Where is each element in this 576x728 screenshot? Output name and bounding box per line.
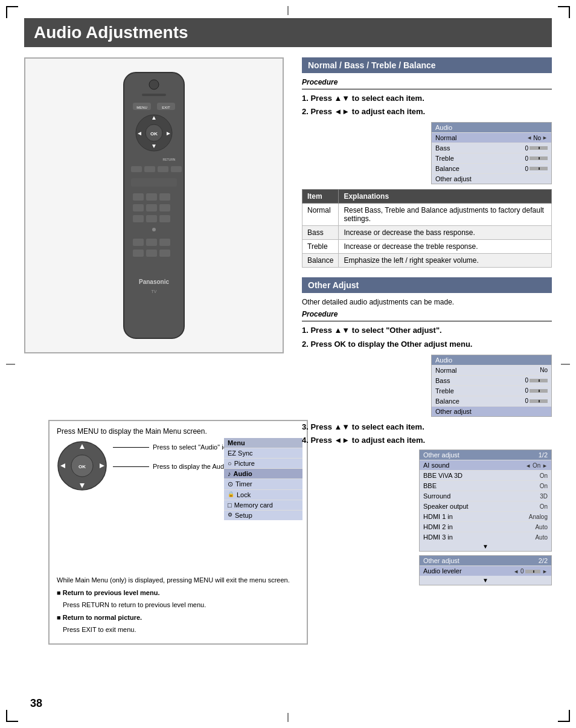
svg-rect-24 (133, 204, 144, 211)
page-title-bar: Audio Adjustments (24, 18, 552, 47)
svg-rect-36 (159, 250, 170, 257)
diagram-area: OK Press to select "Audio" icon. Pre (57, 440, 299, 492)
menu-item-picture[interactable]: ○Picture (224, 458, 302, 468)
svg-text:◄: ◄ (136, 130, 142, 137)
step1-1: 1. Press ▲▼ to select each item. (302, 93, 552, 104)
svg-text:OK: OK (150, 131, 158, 137)
amenu2-bar-balance (530, 399, 548, 403)
svg-rect-26 (159, 204, 170, 211)
audio-menu-header-2: Audio (432, 355, 551, 365)
svg-text:OK: OK (78, 464, 86, 469)
oad-row-audioleveler: Audio leveler ◄ 0 ► (420, 565, 551, 576)
right-column: Normal / Bass / Treble / Balance Procedu… (302, 57, 552, 589)
amenu-label-normal: Normal (435, 134, 526, 141)
oad-row-surround: Surround 3D (420, 491, 551, 501)
svg-rect-21 (133, 193, 144, 201)
table-cell-item: Normal (302, 204, 339, 226)
procedure-divider-2 (302, 321, 552, 321)
step2-2: 2. Press OK to display the Other adjust … (302, 339, 552, 350)
svg-text:TV: TV (152, 289, 157, 294)
oad-row-hdmi2: HDMI 2 in Auto (420, 521, 551, 532)
center-mark-right (561, 364, 570, 364)
svg-text:RETURN: RETURN (163, 158, 176, 161)
menu-item-lock[interactable]: 🔒Lock (224, 489, 302, 500)
oa-detail-box-1: Other adjust 1/2 AI sound ◄ On ► BBE ViV… (419, 449, 552, 552)
while-note: While Main Menu (only) is displayed, pre… (57, 575, 299, 585)
svg-rect-18 (158, 166, 168, 172)
menu-header: Menu (224, 438, 302, 448)
svg-rect-19 (171, 166, 182, 172)
oad-page-1: 1/2 (539, 451, 548, 459)
return-bold: Return to previous level menu. (63, 589, 160, 596)
svg-rect-33 (159, 239, 170, 246)
oad-header-2: Other adjust 2/2 (420, 556, 551, 565)
menu-item-timer[interactable]: ⊙Timer (224, 478, 302, 489)
svg-rect-34 (133, 250, 144, 257)
section-other-adjust: Other Adjust Other detailed audio adjust… (302, 277, 552, 585)
amenu2-row-treble: Treble 0 (432, 385, 551, 396)
instruction-box: Press MENU to display the Main Menu scre… (48, 420, 308, 645)
oad-page-2: 2/2 (539, 557, 548, 564)
amenu-left-arrow: ◄ (526, 135, 532, 141)
oad-down-arrow-2: ▼ (420, 576, 551, 585)
audio-menu-box-1: Audio Normal ◄ No ► Bass 0 Treble 0 (431, 122, 552, 184)
audio-menu-header-1: Audio (432, 123, 551, 132)
page-title: Audio Adjustments (34, 23, 542, 42)
left-column: MENU EXIT OK ▲ ▼ ◄ ► RETURN (24, 57, 284, 353)
table-cell-item: Bass (302, 226, 339, 240)
menu-item-memory[interactable]: □Memory card (224, 500, 302, 510)
procedure-divider-1 (302, 89, 552, 89)
amenu2-bar-bass (530, 379, 548, 382)
svg-text:▼: ▼ (151, 143, 157, 149)
step2-3: 3. Press ▲▼ to select each item. (302, 422, 552, 433)
amenu2-row-bass: Bass 0 (432, 375, 551, 385)
remote-svg: MENU EXIT OK ▲ ▼ ◄ ► RETURN (94, 66, 214, 344)
oad-bar-leveler (525, 570, 540, 573)
oad-down-arrow-1: ▼ (420, 542, 551, 551)
menu-item-ezsync[interactable]: EZ Sync (224, 448, 302, 458)
center-mark-left (6, 364, 15, 364)
amenu-bar-balance (530, 167, 548, 170)
svg-rect-23 (159, 193, 170, 201)
oad-header-1: Other adjust 1/2 (420, 450, 551, 460)
bullet-notes: While Main Menu (only) is displayed, pre… (57, 575, 299, 635)
svg-rect-29 (159, 215, 170, 222)
svg-text:EXIT: EXIT (162, 106, 170, 109)
corner-mark-tl (6, 6, 18, 18)
table-cell-exp: Emphasize the left / right speaker volum… (339, 254, 552, 268)
svg-rect-28 (146, 215, 157, 222)
callout-audio-text: Press to select "Audio" icon. (153, 443, 235, 451)
oad-row-aisound: AI sound ◄ On ► (420, 460, 551, 470)
oad-row-hdmi3: HDMI 3 in Auto (420, 532, 551, 542)
menu-item-audio[interactable]: ♪Audio (224, 468, 302, 478)
amenu-label-otheradj: Other adjust (435, 175, 548, 182)
amenu2-bar-treble (530, 389, 548, 393)
explanations-table: Item Explanations Normal Reset Bass, Tre… (302, 189, 552, 268)
amenu-val-balance: 0 (525, 166, 548, 172)
step1-2: 2. Press ◄► to adjust each item. (302, 106, 552, 117)
svg-text:▲: ▲ (151, 114, 157, 121)
table-header-item: Item (302, 190, 339, 204)
oad-row-bbeviva: BBE ViVA 3D On (420, 470, 551, 480)
svg-point-1 (149, 80, 159, 89)
svg-rect-35 (146, 250, 157, 257)
amenu-right-arrow: ► (542, 135, 548, 141)
table-cell-exp: Reset Bass, Treble and Balance adjustmen… (339, 204, 552, 226)
amenu-label-bass: Bass (435, 144, 525, 152)
oad-row-speaker: Speaker output On (420, 501, 551, 511)
oad-row-hdmi1: HDMI 1 in Analog (420, 511, 551, 521)
svg-text:MENU: MENU (136, 106, 147, 109)
oa-detail-box-2: Other adjust 2/2 Audio leveler ◄ 0 ► ▼ (419, 555, 552, 585)
menu-item-setup[interactable]: ⚙Setup (224, 510, 302, 520)
amenu-row-balance: Balance 0 (432, 163, 551, 173)
amenu-label-balance: Balance (435, 165, 525, 172)
oad-title-2: Other adjust (423, 557, 459, 564)
amenu-row-normal: Normal ◄ No ► (432, 132, 551, 143)
svg-rect-17 (144, 166, 155, 172)
oad-row-bbe: BBE On (420, 480, 551, 491)
section1-header: Normal / Bass / Treble / Balance (302, 57, 552, 73)
procedure-label-1: Procedure (302, 78, 552, 86)
corner-mark-bl (6, 710, 18, 722)
svg-rect-16 (131, 166, 142, 172)
svg-rect-32 (146, 239, 157, 246)
